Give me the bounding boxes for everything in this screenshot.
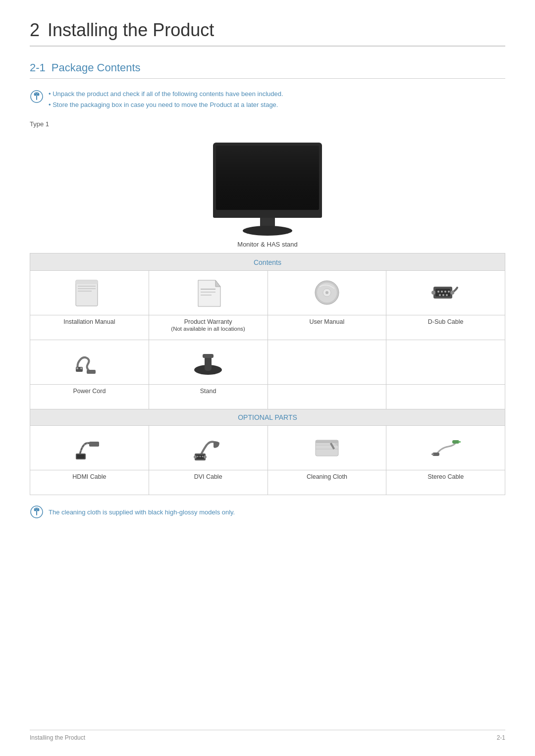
page: 2Installing the Product 2-1Package Conte…: [0, 0, 535, 756]
svg-rect-41: [87, 370, 96, 374]
svg-rect-64: [458, 441, 461, 443]
user-manual-label: User Manual: [268, 315, 386, 340]
svg-point-36: [431, 291, 435, 295]
bottom-notice-text: The cleaning cloth is supplied with blac…: [49, 508, 235, 516]
cleaning-cloth-icon-cell: [268, 426, 386, 470]
optional-icons-row: [30, 426, 505, 470]
footer-left: Installing the Product: [30, 734, 85, 741]
empty-label-1: [268, 385, 386, 409]
contents-labels-row-1: Installation Manual Product Warranty(Not…: [30, 315, 505, 340]
power-cord-icon-cell: [30, 340, 149, 385]
svg-point-40: [80, 367, 82, 369]
contents-header-cell: Contents: [30, 253, 505, 271]
hdmi-cable-icon: [72, 433, 107, 462]
svg-point-32: [448, 291, 450, 293]
svg-rect-14: [78, 286, 96, 287]
stereo-cable-icon-cell: [386, 426, 505, 470]
empty-icon-cell-1: [268, 340, 386, 385]
svg-rect-46: [77, 454, 85, 458]
notice-icon-top: [30, 90, 44, 103]
stand-icon-cell: [149, 340, 268, 385]
installation-manual-icon-cell: [30, 271, 149, 315]
svg-point-39: [76, 367, 78, 369]
svg-point-29: [437, 291, 439, 293]
svg-point-52: [202, 456, 204, 457]
contents-icons-row-2: [30, 340, 505, 385]
svg-point-30: [441, 291, 443, 293]
svg-rect-15: [78, 288, 96, 289]
svg-rect-17: [76, 280, 98, 284]
section-header: 2-1Package Contents: [30, 61, 505, 79]
chapter-title: Installing the Product: [48, 20, 214, 40]
hdmi-cable-icon-cell: [30, 426, 149, 470]
dsub-cable-icon-cell: [386, 271, 505, 315]
stand-icon: [191, 347, 225, 377]
contents-icons-row-1: [30, 271, 505, 315]
svg-point-31: [444, 291, 446, 293]
svg-rect-44: [203, 354, 214, 358]
svg-point-34: [442, 294, 444, 296]
svg-rect-11: [213, 212, 322, 218]
stereo-cable-icon: [428, 433, 463, 462]
section-title: Package Contents: [52, 61, 141, 74]
svg-point-33: [439, 294, 441, 296]
svg-rect-22: [201, 295, 212, 296]
svg-point-37: [450, 291, 454, 295]
dvi-cable-label: DVI Cable: [149, 470, 268, 495]
svg-rect-63: [452, 440, 459, 444]
cleaning-cloth-icon: [310, 433, 344, 462]
svg-marker-19: [215, 280, 220, 287]
monitor-label: Monitor & HAS stand: [237, 241, 297, 248]
contents-header-row: Contents: [30, 253, 505, 271]
hdmi-cable-label: HDMI Cable: [30, 470, 149, 495]
page-footer: Installing the Product 2-1: [30, 730, 505, 741]
user-manual-icon: [310, 278, 344, 307]
contents-labels-row-2: Power Cord Stand: [30, 385, 505, 409]
product-warranty-icon-cell: [149, 271, 268, 315]
empty-label-2: [386, 385, 505, 409]
optional-labels-row: HDMI Cable DVI Cable Cleaning Cloth Ster…: [30, 470, 505, 495]
notice-icon-bottom: [30, 505, 44, 519]
stereo-cable-label: Stereo Cable: [386, 470, 505, 495]
monitor-section: SAMSUNG Monitor & HAS stand: [30, 138, 505, 248]
dvi-cable-icon-cell: [149, 426, 268, 470]
user-manual-icon-cell: [268, 271, 386, 315]
svg-point-10: [243, 226, 292, 236]
empty-icon-cell-2: [386, 340, 505, 385]
svg-rect-43: [205, 356, 212, 371]
svg-point-35: [446, 294, 448, 296]
power-cord-icon: [72, 347, 107, 377]
power-cord-label: Power Cord: [30, 385, 149, 409]
footer-right: 2-1: [497, 734, 505, 741]
svg-rect-20: [201, 289, 215, 290]
bottom-notice: The cleaning cloth is supplied with blac…: [30, 505, 505, 519]
installation-manual-icon: [72, 278, 107, 307]
svg-rect-47: [89, 442, 99, 447]
product-warranty-icon: [191, 278, 225, 307]
installation-manual-label: Installation Manual: [30, 315, 149, 340]
svg-point-26: [325, 291, 328, 294]
notice-block-top: • Unpack the product and check if all of…: [30, 89, 505, 110]
svg-rect-21: [201, 292, 215, 293]
dsub-cable-icon: [428, 278, 463, 307]
contents-table: Contents: [30, 253, 505, 495]
dvi-cable-icon: [191, 433, 225, 462]
stand-label: Stand: [149, 385, 268, 409]
cleaning-cloth-label: Cleaning Cloth: [268, 470, 386, 495]
svg-point-53: [194, 455, 197, 458]
optional-header-row: OPTIONAL PARTS: [30, 409, 505, 426]
svg-rect-62: [431, 454, 434, 455]
svg-point-51: [200, 456, 201, 457]
product-warranty-label: Product Warranty(Not available in all lo…: [149, 315, 268, 340]
chapter-number: 2: [30, 20, 40, 40]
svg-point-54: [204, 455, 207, 458]
chapter-header: 2Installing the Product: [30, 20, 505, 47]
dsub-cable-label: D-Sub Cable: [386, 315, 505, 340]
monitor-image: SAMSUNG: [198, 138, 337, 237]
optional-header-cell: OPTIONAL PARTS: [30, 409, 505, 426]
notice-text-top: • Unpack the product and check if all of…: [49, 89, 283, 110]
svg-point-50: [197, 456, 199, 457]
svg-rect-7: [216, 146, 319, 210]
type-label: Type 1: [30, 120, 505, 128]
svg-rect-16: [78, 291, 92, 292]
